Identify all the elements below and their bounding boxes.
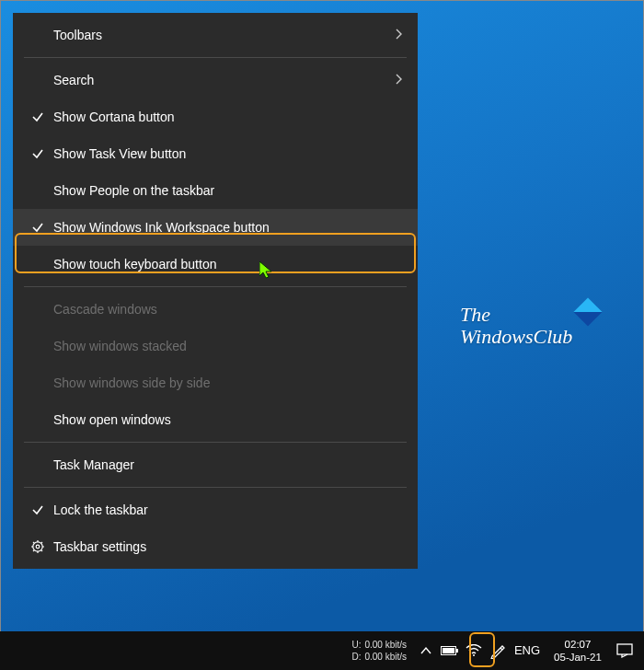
clock-date: 05-Jan-21 — [554, 651, 602, 664]
menu-separator — [24, 57, 407, 58]
taskbar-network-meter[interactable]: U: 0.00 kbit/s D: 0.00 kbit/s — [344, 631, 414, 670]
menu-item-show-taskview[interactable]: Show Task View button — [13, 135, 418, 172]
check-icon — [26, 221, 50, 234]
net-down-label: D: — [351, 651, 361, 663]
action-center-icon[interactable] — [611, 643, 638, 658]
svg-line-6 — [33, 542, 34, 543]
menu-item-toolbars[interactable]: Toolbars — [13, 17, 418, 53]
svg-line-7 — [41, 550, 42, 551]
svg-point-1 — [36, 545, 40, 549]
svg-line-9 — [41, 542, 42, 543]
svg-rect-13 — [443, 648, 454, 653]
net-up-value: 0.00 kbit/s — [364, 639, 407, 651]
menu-label-lock-taskbar: Lock the taskbar — [50, 502, 403, 517]
menu-separator — [24, 286, 407, 287]
menu-item-task-manager[interactable]: Task Manager — [13, 446, 418, 483]
svg-point-14 — [473, 654, 475, 656]
menu-label-show-cortana: Show Cortana button — [50, 110, 403, 124]
chevron-right-icon — [386, 28, 403, 42]
svg-marker-10 — [259, 261, 271, 278]
language-indicator[interactable]: ENG — [510, 631, 545, 670]
taskbar-clock[interactable]: 02:07 05-Jan-21 — [545, 638, 611, 664]
menu-item-open-windows[interactable]: Show open windows — [13, 401, 418, 438]
watermark-line1: The — [460, 304, 572, 326]
menu-label-toolbars: Toolbars — [50, 28, 386, 42]
check-icon — [26, 503, 50, 516]
menu-item-show-ink[interactable]: Show Windows Ink Workspace button — [13, 209, 418, 246]
net-down-value: 0.00 kbit/s — [364, 651, 407, 663]
svg-rect-12 — [456, 649, 458, 653]
menu-label-sidebyside: Show windows side by side — [50, 375, 403, 390]
tray-overflow-button[interactable] — [414, 631, 438, 670]
menu-label-taskbar-settings: Taskbar settings — [50, 539, 403, 554]
menu-label-show-ink: Show Windows Ink Workspace button — [50, 220, 403, 235]
svg-rect-16 — [617, 644, 632, 654]
svg-line-8 — [33, 550, 34, 551]
menu-item-stacked: Show windows stacked — [13, 328, 418, 364]
menu-item-show-cortana[interactable]: Show Cortana button — [13, 98, 418, 135]
chevron-right-icon — [386, 73, 403, 87]
clock-time: 02:07 — [565, 638, 592, 651]
menu-separator — [24, 487, 407, 488]
menu-item-taskbar-settings[interactable]: Taskbar settings — [13, 528, 418, 565]
menu-item-show-people[interactable]: Show People on the taskbar — [13, 172, 418, 209]
net-up-label: U: — [351, 639, 361, 651]
watermark-icon — [574, 297, 603, 326]
menu-item-cascade: Cascade windows — [13, 291, 418, 328]
battery-icon[interactable] — [438, 631, 462, 670]
menu-label-open-windows: Show open windows — [50, 412, 403, 427]
taskbar-context-menu: Toolbars Search Show Cortana button Show… — [13, 13, 418, 569]
taskbar: U: 0.00 kbit/s D: 0.00 kbit/s ENG 02 — [0, 631, 644, 670]
menu-label-task-manager: Task Manager — [50, 457, 403, 472]
check-icon — [26, 110, 50, 123]
menu-item-sidebyside: Show windows side by side — [13, 364, 418, 401]
menu-item-show-touch-keyboard[interactable]: Show touch keyboard button — [13, 246, 418, 283]
gear-icon — [26, 539, 50, 554]
menu-label-show-touch: Show touch keyboard button — [50, 257, 403, 271]
menu-separator — [24, 442, 407, 443]
menu-label-show-people: Show People on the taskbar — [50, 183, 403, 198]
menu-label-cascade: Cascade windows — [50, 302, 403, 317]
check-icon — [26, 147, 50, 160]
tray: ENG 02:07 05-Jan-21 — [414, 631, 644, 670]
svg-line-15 — [500, 648, 502, 650]
menu-label-stacked: Show windows stacked — [50, 339, 403, 353]
watermark-logo: The WindowsClub — [460, 304, 572, 348]
watermark-line2: WindowsClub — [460, 326, 572, 348]
menu-label-search: Search — [50, 73, 386, 87]
menu-item-search[interactable]: Search — [13, 62, 418, 98]
windows-ink-workspace-icon[interactable] — [486, 631, 510, 670]
wifi-icon[interactable] — [462, 631, 486, 670]
menu-item-lock-taskbar[interactable]: Lock the taskbar — [13, 491, 418, 528]
menu-label-show-taskview: Show Task View button — [50, 146, 403, 161]
